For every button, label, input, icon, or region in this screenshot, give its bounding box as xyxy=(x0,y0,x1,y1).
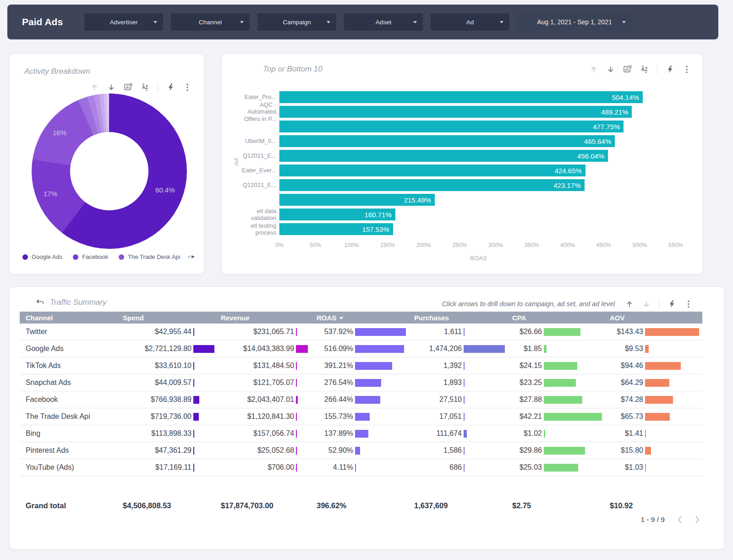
donut-chart[interactable] xyxy=(32,93,187,249)
cell-bar-zone xyxy=(294,345,317,353)
filter-adset[interactable]: Adset xyxy=(344,13,423,31)
cell-bar-zone xyxy=(542,430,610,438)
legend-item[interactable]: The Trade Desk Api xyxy=(119,253,180,260)
chart-settings-icon[interactable] xyxy=(124,82,133,92)
move-down-icon[interactable] xyxy=(107,82,116,92)
filter-advertiser[interactable]: Advertiser xyxy=(84,13,163,31)
cell-bar-zone xyxy=(462,328,512,336)
table-row[interactable]: Snapchat Ads$44,009.57$121,705.07276.54%… xyxy=(20,374,702,391)
x-tick-label: 350% xyxy=(525,242,539,248)
roas-bar[interactable]: 465.64% xyxy=(279,135,615,147)
x-axis-title: ROAS xyxy=(437,255,520,262)
cell-bar-zone xyxy=(353,447,414,455)
filter-channel[interactable]: Channel xyxy=(171,13,250,31)
bar-chart: Eater_Pro...504.14%AQC - Automated Offer… xyxy=(222,90,694,236)
table-row[interactable]: YouTube (Ads)$17,169.11$706.004.11%686$2… xyxy=(20,459,702,476)
channel-cell[interactable]: YouTube (Ads) xyxy=(20,463,123,472)
channel-cell[interactable]: Google Ads xyxy=(20,345,123,353)
grand-total-label: Grand total xyxy=(20,501,123,510)
cell-bar-zone xyxy=(643,379,702,387)
roas-bar[interactable]: 423.17% xyxy=(279,179,585,191)
filter-label: Ad xyxy=(466,19,474,26)
undo-drill-icon[interactable] xyxy=(35,298,44,307)
table-row[interactable]: The Trade Desk Api$719,736.00$1,120,841.… xyxy=(20,408,702,425)
bar-row: etl data validation160.71% xyxy=(222,207,694,222)
roas-mini-bar xyxy=(355,345,404,353)
roas-bar[interactable]: 477.75% xyxy=(279,121,624,132)
channel-cell[interactable]: The Trade Desk Api xyxy=(20,412,123,421)
column-header-revenue[interactable]: Revenue xyxy=(221,314,317,322)
channel-cell[interactable]: TikTok Ads xyxy=(20,362,123,370)
channel-cell[interactable]: Facebook xyxy=(20,395,123,404)
move-down-icon[interactable] xyxy=(642,299,651,308)
date-range-filter[interactable]: Aug 1, 2021 - Sep 1, 2021 xyxy=(517,13,632,31)
chart-settings-icon[interactable] xyxy=(623,65,632,74)
more-options-icon[interactable] xyxy=(684,299,693,308)
roas-bar[interactable]: 424.65% xyxy=(279,165,585,176)
table-row[interactable]: Google Ads$2,721,129.80$14,043,383.99516… xyxy=(20,340,702,357)
sort-az-icon[interactable]: AZ xyxy=(141,82,150,92)
column-header-roas[interactable]: ROAS xyxy=(317,314,414,322)
aov-cell: $64.29 xyxy=(610,374,702,391)
roas-bar[interactable]: 160.71% xyxy=(279,209,395,220)
cell-value: $14,043,383.99 xyxy=(221,345,294,353)
filter-campaign[interactable]: Campaign xyxy=(257,13,336,31)
move-up-icon[interactable] xyxy=(625,299,634,308)
legend-item[interactable]: Google Ads xyxy=(22,253,62,260)
cell-bar-zone xyxy=(191,396,221,404)
bar-category-label: etl data validation xyxy=(222,208,279,222)
quick-actions-icon[interactable] xyxy=(667,299,676,308)
cell-bar-zone xyxy=(191,345,221,353)
page-prev-icon[interactable] xyxy=(677,515,683,524)
column-header-cpa[interactable]: CPA xyxy=(512,314,610,322)
revenue-mini-bar xyxy=(296,413,297,421)
bar-category-label: Q12021_E... xyxy=(222,152,279,159)
table-pagination: 1 - 9 / 9 xyxy=(640,515,700,524)
roas-cell: 52.90% xyxy=(317,442,414,459)
cell-bar-zone xyxy=(542,345,610,353)
roas-bar[interactable]: 456.04% xyxy=(279,150,608,162)
channel-cell[interactable]: Snapchat Ads xyxy=(20,379,123,387)
table-row[interactable]: Facebook$766,938.89$2,043,407.01266.44%2… xyxy=(20,391,702,408)
page-next-icon[interactable] xyxy=(695,515,700,524)
column-header-channel[interactable]: Channel xyxy=(20,314,123,322)
cell-value: 52.90% xyxy=(317,446,353,455)
more-options-icon[interactable] xyxy=(682,65,691,74)
table-row[interactable]: TikTok Ads$33,610.10$131,484.50391.21%1,… xyxy=(20,357,702,374)
more-options-icon[interactable] xyxy=(183,82,192,92)
bar-row: 477.75% xyxy=(222,119,694,134)
roas-bar[interactable]: 215.48% xyxy=(279,194,435,206)
move-up-icon[interactable] xyxy=(90,82,99,92)
cpa-mini-bar xyxy=(544,345,547,353)
channel-cell[interactable]: Twitter xyxy=(20,328,123,336)
filter-ad[interactable]: Ad xyxy=(431,13,509,31)
legend-prev-icon[interactable]: ◂ xyxy=(187,253,190,260)
channel-cell[interactable]: Pinterest Ads xyxy=(20,446,123,455)
channel-cell[interactable]: Bing xyxy=(20,429,123,438)
table-row[interactable]: Twitter$42,955.44$231,065.71537.92%1,611… xyxy=(20,324,702,340)
bar-row: Eater_Ever...424.65% xyxy=(222,163,694,178)
roas-bar[interactable]: 504.14% xyxy=(279,91,643,103)
table-row[interactable]: Bing$113,898.33$157,056.74137.89%111,674… xyxy=(20,425,702,442)
bar-track: 504.14% xyxy=(279,91,694,103)
cell-bar-zone xyxy=(643,396,702,404)
roas-bar[interactable]: 489.21% xyxy=(279,106,632,118)
cell-bar-zone xyxy=(542,413,610,421)
legend-item[interactable]: Facebook xyxy=(73,253,108,260)
table-row[interactable]: Pinterest Ads$47,361.29$25,052.6852.90%1… xyxy=(20,442,702,459)
move-up-icon[interactable] xyxy=(589,65,598,74)
roas-bar[interactable]: 157.53% xyxy=(279,223,393,235)
column-header-purchases[interactable]: Purchases xyxy=(414,314,512,322)
column-header-spend[interactable]: Spend xyxy=(123,314,221,322)
revenue-cell: $1,120,841.30 xyxy=(221,408,317,425)
quick-actions-icon[interactable] xyxy=(166,82,175,92)
sort-az-icon[interactable]: AZ xyxy=(640,65,649,74)
topbar: Paid Ads AdvertiserChannelCampaignAdsetA… xyxy=(7,5,718,39)
legend-next-icon[interactable]: ▸ xyxy=(191,253,195,260)
bar-category-label: Eater_Ever... xyxy=(222,167,279,174)
quick-actions-icon[interactable] xyxy=(665,65,674,74)
cell-value: $24.15 xyxy=(512,362,542,370)
column-header-aov[interactable]: AOV xyxy=(610,314,702,322)
move-down-icon[interactable] xyxy=(606,65,615,74)
bar-category-label: AQC - Automated Offers in P... xyxy=(222,101,279,123)
